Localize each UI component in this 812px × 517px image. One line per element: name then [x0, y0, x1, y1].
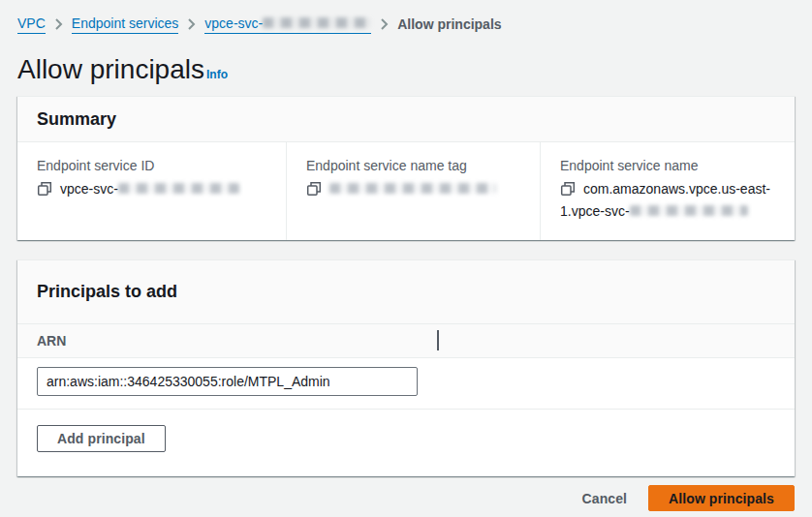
breadcrumb-current-page: Allow principals — [397, 15, 501, 33]
cancel-button[interactable]: Cancel — [582, 486, 628, 511]
column-resize-divider[interactable] — [437, 330, 439, 350]
arn-input[interactable] — [37, 367, 418, 396]
breadcrumb-link-endpoint-services[interactable]: Endpoint services — [72, 15, 179, 34]
summary-columns: Endpoint service ID vpce-svc- Endpoint s… — [17, 142, 795, 240]
page-title: Allow principals — [17, 54, 204, 84]
footer-actions: Cancel Allow principals — [17, 485, 795, 511]
chevron-right-icon — [187, 17, 196, 31]
summary-card-header: Summary — [17, 97, 795, 142]
copy-icon[interactable] — [306, 181, 322, 201]
breadcrumb-link-endpoint-service-id[interactable]: vpce-svc- — [204, 15, 371, 34]
redacted-text — [263, 17, 371, 28]
field-value: com.amazonaws.vpce.us-east-1.vpce-svc- — [560, 179, 775, 221]
arn-column-label: ARN — [37, 333, 66, 349]
chevron-right-icon — [54, 17, 63, 31]
redacted-text — [630, 205, 748, 216]
endpoint-service-id-prefix: vpce-svc- — [60, 181, 118, 197]
principals-title: Principals to add — [37, 281, 775, 302]
arn-input-row — [17, 358, 795, 410]
breadcrumb: VPC Endpoint services vpce-svc- Allow pr… — [17, 15, 795, 34]
arn-column-header: ARN — [17, 324, 795, 358]
chevron-right-icon — [380, 17, 389, 31]
field-label: Endpoint service name tag — [306, 156, 520, 175]
redacted-text — [329, 183, 496, 194]
summary-title: Summary — [37, 108, 775, 130]
field-label: Endpoint service name — [560, 156, 775, 175]
principals-card-footer: Add principal — [17, 410, 795, 476]
principals-card-header: Principals to add — [17, 260, 795, 324]
page-title-row: Allow principalsInfo — [17, 53, 795, 86]
breadcrumb-service-id-prefix: vpce-svc- — [204, 15, 263, 32]
summary-field-endpoint-service-name-tag: Endpoint service name tag — [287, 142, 541, 240]
redacted-text — [118, 183, 239, 194]
field-value: vpce-svc- — [37, 179, 266, 201]
copy-icon[interactable] — [560, 181, 576, 201]
allow-principals-button[interactable]: Allow principals — [648, 485, 795, 511]
field-label: Endpoint service ID — [37, 156, 266, 175]
breadcrumb-link-vpc[interactable]: VPC — [17, 15, 46, 34]
summary-field-endpoint-service-name: Endpoint service name com.amazonaws.vpce… — [541, 142, 795, 240]
summary-card: Summary Endpoint service ID vpce-svc- En… — [17, 96, 795, 240]
principals-to-add-card: Principals to add ARN Add principal — [17, 259, 795, 476]
field-value — [306, 179, 520, 201]
summary-field-endpoint-service-id: Endpoint service ID vpce-svc- — [17, 142, 287, 240]
copy-icon[interactable] — [37, 181, 52, 201]
add-principal-button[interactable]: Add principal — [37, 425, 166, 452]
info-link[interactable]: Info — [206, 68, 228, 81]
